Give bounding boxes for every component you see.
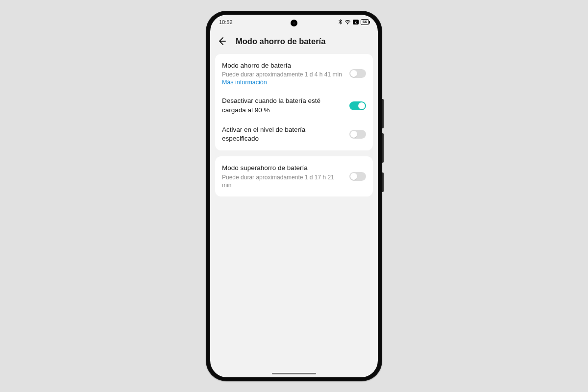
volume-down-button[interactable] — [382, 133, 384, 163]
row-super-saver[interactable]: Modo superahorro de batería Puede durar … — [215, 158, 373, 195]
row-subtitle: Puede durar aproximadamente 1 d 17 h 21 … — [222, 173, 343, 189]
row-text: Modo ahorro de batería Puede durar aprox… — [222, 61, 343, 86]
toggle-activate-at-level[interactable] — [349, 130, 366, 139]
toggle-battery-saver[interactable] — [349, 69, 366, 78]
battery-icon: 66 — [361, 19, 369, 25]
row-title: Modo superahorro de batería — [222, 164, 343, 172]
volume-up-button[interactable] — [382, 99, 384, 128]
page-title: Modo ahorro de batería — [236, 37, 325, 46]
phone-frame: 10:52 x 66 Modo ahorro de batería Modo a… — [206, 11, 382, 381]
settings-group-2: Modo superahorro de batería Puede durar … — [215, 156, 373, 196]
toggle-disable-at-90[interactable] — [349, 101, 366, 110]
wifi-icon — [344, 20, 351, 24]
arrow-left-icon — [217, 36, 227, 46]
back-button[interactable] — [217, 36, 227, 46]
settings-group-1: Modo ahorro de batería Puede durar aprox… — [215, 54, 373, 150]
camera-hole — [291, 20, 297, 26]
row-subtitle: Puede durar aproximadamente 1 d 4 h 41 m… — [222, 71, 343, 78]
bluetooth-icon — [339, 19, 343, 25]
svg-text:x: x — [355, 21, 357, 24]
screen: 10:52 x 66 Modo ahorro de batería Modo a… — [210, 15, 378, 377]
row-battery-saver[interactable]: Modo ahorro de batería Puede durar aprox… — [215, 56, 373, 91]
toggle-super-saver[interactable] — [349, 172, 366, 181]
row-title: Activar en el nivel de batería especific… — [222, 125, 343, 143]
row-text: Activar en el nivel de batería especific… — [222, 125, 343, 143]
content-scroll[interactable]: Modo ahorro de batería Puede durar aprox… — [210, 54, 378, 377]
row-activate-at-level[interactable]: Activar en el nivel de batería especific… — [215, 120, 373, 148]
home-indicator[interactable] — [272, 373, 316, 374]
row-title: Modo ahorro de batería — [222, 61, 343, 70]
row-title: Desactivar cuando la batería esté cargad… — [222, 97, 343, 114]
more-info-link[interactable]: Más información — [222, 79, 343, 86]
row-disable-at-90[interactable]: Desactivar cuando la batería esté cargad… — [215, 91, 373, 120]
row-text: Desactivar cuando la batería esté cargad… — [222, 97, 343, 114]
status-time: 10:52 — [219, 19, 233, 25]
page-header: Modo ahorro de batería — [210, 29, 378, 54]
signal-icon: x — [353, 20, 359, 24]
row-text: Modo superahorro de batería Puede durar … — [222, 164, 343, 189]
status-icons: x 66 — [339, 19, 369, 25]
power-button[interactable] — [382, 172, 384, 192]
